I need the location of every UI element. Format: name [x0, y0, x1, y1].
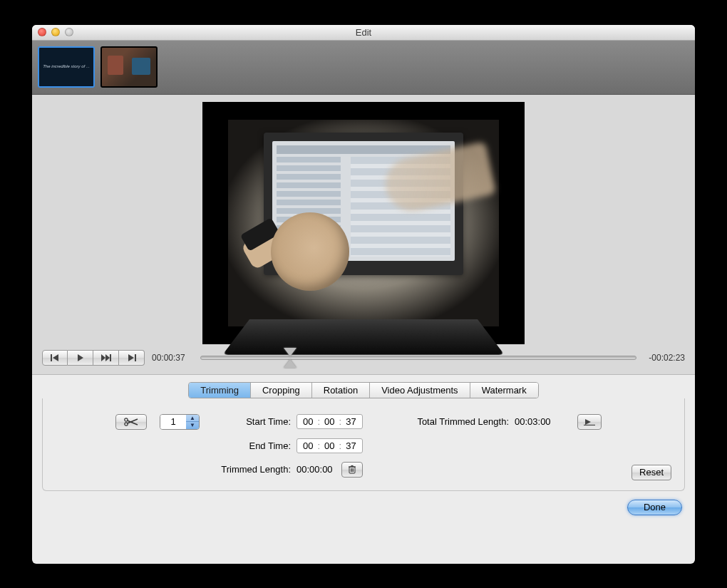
skip-end-icon	[128, 354, 136, 361]
start-time-field[interactable]: 00: 00: 37	[297, 414, 363, 429]
svg-marker-12	[585, 419, 591, 425]
scrub-slider[interactable]	[200, 351, 636, 365]
cut-button[interactable]	[115, 414, 147, 430]
fast-forward-icon	[101, 354, 111, 361]
zoom-window-button[interactable]	[65, 28, 73, 36]
svg-marker-4	[105, 354, 110, 361]
play-range-icon	[583, 418, 596, 425]
video-preview-frame	[202, 102, 525, 344]
skip-start-icon	[51, 354, 59, 361]
segment-stepper[interactable]: 1 ▲ ▼	[160, 414, 200, 430]
segment-step-up[interactable]: ▲	[186, 415, 199, 423]
tab-video-adjustments[interactable]: Video Adjustments	[370, 383, 470, 398]
svg-marker-6	[128, 354, 134, 361]
delete-segment-button[interactable]	[341, 462, 363, 478]
clip-thumbnail-1-preview: The incredible story of ...	[39, 48, 93, 86]
trimming-panel: 1 ▲ ▼ Start Time: 00: 00: 37 Total Trimm…	[42, 398, 685, 491]
segment-value: 1	[160, 415, 186, 429]
prev-frame-button[interactable]	[42, 350, 68, 366]
scissors-icon	[123, 418, 139, 426]
current-time-label: 00:00:37	[152, 353, 193, 363]
end-time-field[interactable]: 00: 00: 37	[297, 438, 363, 453]
total-trimmed-label: Total Trimmed Length:	[395, 416, 509, 427]
done-button[interactable]: Done	[627, 500, 682, 515]
total-trimmed-value: 00:03:00	[515, 416, 572, 427]
svg-rect-5	[110, 354, 111, 361]
edit-window: Edit The incredible story of ...	[32, 25, 695, 564]
scrub-handle[interactable]	[284, 348, 297, 368]
segment-step-down[interactable]: ▼	[186, 422, 199, 429]
trimmed-length-value: 00:00:00	[297, 464, 333, 475]
fast-forward-button[interactable]	[93, 350, 119, 366]
start-time-label: Start Time:	[205, 416, 291, 427]
reset-button[interactable]: Reset	[631, 465, 671, 480]
svg-marker-1	[53, 354, 58, 361]
tab-cropping[interactable]: Cropping	[251, 383, 312, 398]
playback-button-group	[42, 350, 145, 366]
titlebar: Edit	[32, 25, 695, 41]
clip-thumbnail-1[interactable]: The incredible story of ...	[38, 46, 95, 88]
next-frame-button[interactable]	[119, 350, 145, 366]
svg-rect-7	[135, 354, 136, 361]
remaining-time-label: -00:02:23	[644, 353, 685, 363]
tab-watermark[interactable]: Watermark	[470, 383, 538, 398]
svg-marker-2	[78, 354, 83, 361]
edit-tabs-row: Trimming Cropping Rotation Video Adjustm…	[32, 375, 695, 398]
footer: Done	[32, 495, 695, 525]
tab-rotation[interactable]: Rotation	[312, 383, 370, 398]
svg-marker-3	[101, 354, 105, 361]
svg-rect-0	[51, 354, 52, 361]
video-preview-area	[32, 95, 695, 344]
tab-trimming[interactable]: Trimming	[189, 383, 251, 398]
window-title: Edit	[32, 27, 695, 38]
clip-thumbnail-strip: The incredible story of ...	[32, 41, 695, 95]
play-button[interactable]	[68, 350, 93, 366]
video-preview-still	[228, 120, 499, 326]
edit-tabs: Trimming Cropping Rotation Video Adjustm…	[188, 382, 538, 398]
trash-icon	[348, 465, 356, 474]
clip-thumbnail-2-preview	[102, 48, 156, 86]
scrub-track	[200, 356, 636, 360]
clip-thumbnail-2[interactable]	[100, 46, 158, 88]
window-controls	[38, 28, 73, 36]
close-window-button[interactable]	[38, 28, 46, 36]
play-icon	[77, 354, 84, 361]
minimize-window-button[interactable]	[51, 28, 60, 36]
end-time-label: End Time:	[205, 440, 291, 451]
trimmed-length-label: Trimmed Length:	[205, 464, 291, 475]
play-trimmed-button[interactable]	[577, 414, 602, 430]
